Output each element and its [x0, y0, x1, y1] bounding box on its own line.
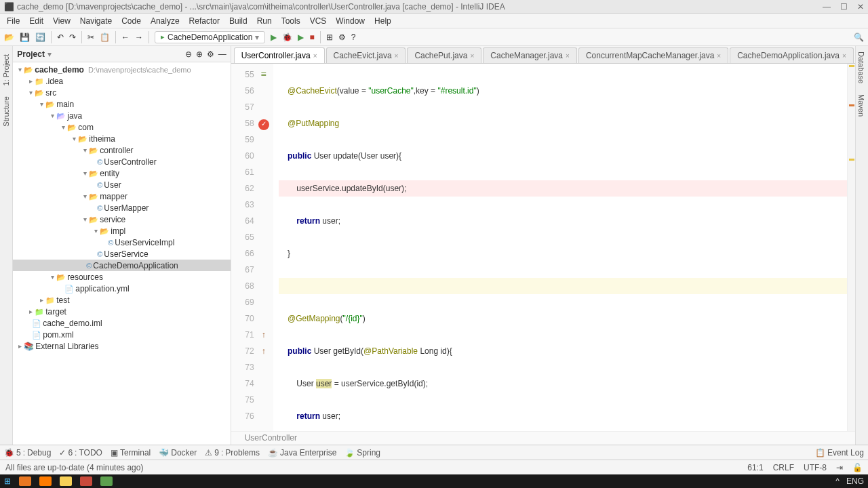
override-icon[interactable]: ↑: [258, 346, 269, 357]
tree-entity[interactable]: entity: [100, 169, 119, 178]
tab-usercontroller[interactable]: UserController.java×: [234, 47, 325, 63]
close-tab-icon[interactable]: ×: [470, 52, 474, 60]
structure-tool-tab[interactable]: Structure: [1, 91, 12, 132]
menu-analyze[interactable]: Analyze: [146, 15, 184, 27]
menu-refactor[interactable]: Refactor: [185, 15, 224, 27]
search-icon[interactable]: 🔍: [854, 33, 864, 42]
editor-breadcrumb[interactable]: UserController: [231, 431, 855, 445]
forward-icon[interactable]: →: [135, 33, 143, 42]
gear-icon[interactable]: ⚙: [338, 33, 346, 42]
tree-impl[interactable]: impl: [111, 226, 125, 236]
taskbar-app[interactable]: [39, 476, 52, 486]
code-content[interactable]: @CacheEvict(value = "userCache",key = "#…: [273, 64, 847, 431]
back-icon[interactable]: ←: [121, 33, 130, 42]
coverage-button[interactable]: ▶: [298, 33, 304, 42]
indent-setting[interactable]: ⇥: [836, 463, 843, 472]
structure-icon[interactable]: ⊞: [326, 33, 333, 42]
menu-help[interactable]: Help: [370, 15, 395, 27]
tab-concurrentmap[interactable]: ConcurrentMapCacheManager.java×: [578, 47, 728, 63]
menu-edit[interactable]: Edit: [25, 15, 47, 27]
expand-icon[interactable]: ⊕: [196, 49, 203, 59]
project-tool-tab[interactable]: 1: Project: [1, 49, 12, 91]
database-tool-tab[interactable]: Database: [856, 46, 867, 89]
copy-icon[interactable]: 📋: [100, 33, 110, 42]
gutter[interactable]: ≡ ✓ ↑ ↑: [258, 64, 273, 431]
tree-userservice[interactable]: UserService: [104, 249, 148, 259]
tree-test[interactable]: test: [56, 296, 69, 305]
menu-view[interactable]: View: [49, 15, 75, 27]
tree-usercontroller[interactable]: UserController: [104, 157, 156, 167]
tree-resources[interactable]: resources: [67, 272, 103, 282]
method-marker-icon[interactable]: ≡: [258, 69, 269, 80]
readonly-lock-icon[interactable]: 🔓: [852, 463, 863, 472]
save-icon[interactable]: 💾: [20, 33, 30, 42]
input-language[interactable]: ENG: [846, 476, 864, 486]
sync-icon[interactable]: 🔄: [35, 33, 45, 42]
maximize-button[interactable]: ☐: [840, 2, 848, 12]
tray-chevron-icon[interactable]: ^: [835, 476, 840, 486]
tree-cachedemoapp[interactable]: CacheDemoApplication: [93, 261, 178, 270]
tab-cachemanager[interactable]: CacheManager.java×: [483, 47, 577, 63]
tree-userserviceimpl[interactable]: UserServiceImpl: [115, 238, 174, 247]
event-log-button[interactable]: 📋 Event Log: [815, 448, 864, 458]
tree-pom[interactable]: pom.xml: [43, 330, 73, 340]
close-button[interactable]: ✕: [857, 2, 864, 12]
close-tab-icon[interactable]: ×: [842, 52, 846, 60]
undo-icon[interactable]: ↶: [57, 33, 64, 42]
bottom-tab-javaee[interactable]: ☕ Java Enterprise: [268, 448, 336, 458]
debug-button[interactable]: 🐞: [282, 33, 292, 42]
line-ending[interactable]: CRLF: [773, 463, 794, 472]
tree-service[interactable]: service: [100, 215, 125, 224]
error-stripe[interactable]: [847, 64, 855, 431]
breadcrumb-item[interactable]: UserController: [245, 433, 297, 443]
start-button[interactable]: ⊞: [4, 476, 11, 486]
tree-mapper[interactable]: mapper: [100, 192, 127, 201]
taskbar-app[interactable]: [19, 476, 31, 486]
close-tab-icon[interactable]: ×: [566, 52, 570, 60]
run-button[interactable]: ▶: [271, 33, 277, 42]
bottom-tab-debug[interactable]: 🐞 5: Debug: [4, 448, 51, 458]
cut-icon[interactable]: ✂: [87, 33, 94, 42]
bottom-tab-spring[interactable]: 🍃 Spring: [344, 448, 380, 458]
run-configuration[interactable]: ▸CacheDemoApplication▾: [155, 31, 265, 43]
settings-icon[interactable]: ⚙: [207, 49, 214, 59]
help-icon[interactable]: ?: [351, 33, 356, 42]
project-tree[interactable]: ▾cache_demoD:\mavenprojects\cache_demo ▸…: [13, 62, 230, 445]
menu-file[interactable]: File: [3, 15, 24, 27]
tree-user[interactable]: User: [104, 180, 121, 190]
tree-java[interactable]: java: [67, 111, 82, 121]
tree-root[interactable]: cache_demo: [35, 65, 84, 75]
tree-iml[interactable]: cache_demo.iml: [43, 319, 102, 328]
tab-cacheevict[interactable]: CacheEvict.java×: [326, 47, 406, 63]
tree-src[interactable]: src: [45, 88, 56, 98]
stop-button[interactable]: ■: [309, 33, 314, 42]
file-encoding[interactable]: UTF-8: [804, 463, 827, 472]
tree-target[interactable]: target: [45, 307, 66, 317]
tree-idea[interactable]: .idea: [45, 77, 63, 86]
tree-usermapper[interactable]: UserMapper: [104, 203, 149, 213]
redo-icon[interactable]: ↷: [69, 33, 76, 42]
code-editor[interactable]: 5556575859606162636465666768697071727374…: [231, 64, 855, 431]
menu-window[interactable]: Window: [332, 15, 369, 27]
menu-navigate[interactable]: Navigate: [76, 15, 116, 27]
breakpoint-icon[interactable]: ✓: [258, 119, 269, 130]
menu-run[interactable]: Run: [253, 15, 276, 27]
tree-main[interactable]: main: [56, 100, 74, 109]
menu-tools[interactable]: Tools: [277, 15, 304, 27]
close-tab-icon[interactable]: ×: [313, 52, 317, 60]
bottom-tab-terminal[interactable]: ▣ Terminal: [111, 448, 151, 458]
hide-icon[interactable]: —: [218, 49, 226, 59]
bottom-tab-docker[interactable]: 🐳 Docker: [159, 448, 197, 458]
close-tab-icon[interactable]: ×: [395, 52, 399, 60]
maven-tool-tab[interactable]: Maven: [856, 89, 867, 122]
tab-cachedemoapp[interactable]: CacheDemoApplication.java×: [730, 47, 854, 63]
minimize-button[interactable]: —: [823, 2, 831, 12]
taskbar-app[interactable]: [80, 476, 92, 486]
taskbar-app[interactable]: [100, 476, 113, 486]
menu-code[interactable]: Code: [117, 15, 145, 27]
menu-build[interactable]: Build: [225, 15, 252, 27]
tree-extlib[interactable]: External Libraries: [35, 342, 98, 351]
collapse-icon[interactable]: ⊖: [185, 49, 192, 59]
tree-appyml[interactable]: application.yml: [75, 284, 129, 293]
tree-itheima[interactable]: itheima: [89, 134, 115, 144]
